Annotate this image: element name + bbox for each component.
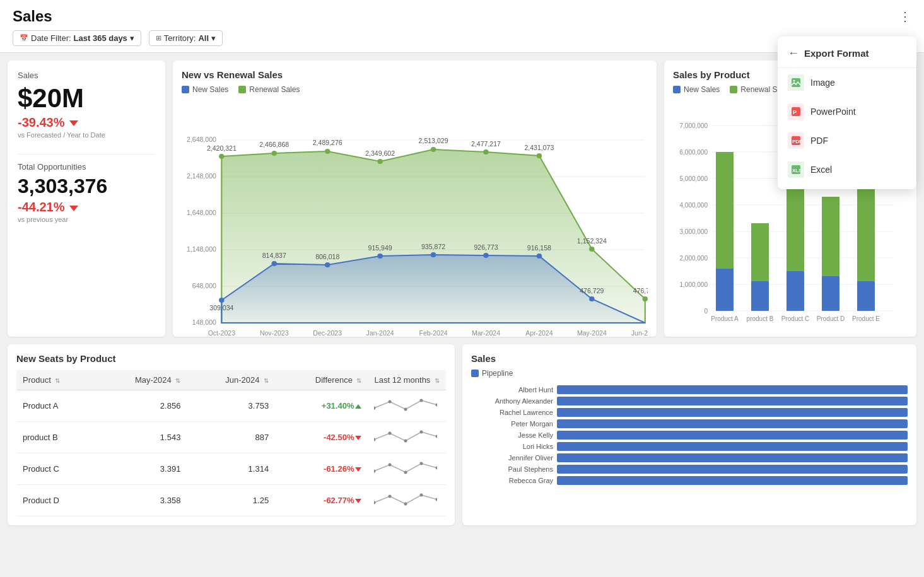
svg-point-96: [420, 431, 423, 434]
svg-text:1,000,000: 1,000,000: [680, 281, 708, 288]
product-legend-renewal-dot: [730, 86, 737, 93]
svg-rect-79: [822, 276, 839, 311]
list-item: Lori Hicks: [471, 442, 908, 451]
cell-diff: +31.40%: [275, 390, 368, 422]
sales-kpi-subtitle: vs Forecasted / Year to Date: [18, 131, 155, 139]
svg-text:2,349,602: 2,349,602: [365, 150, 395, 157]
sort-diff-icon[interactable]: ⇅: [356, 377, 361, 384]
new-vs-renewal-title: New vs Renewal Sales: [182, 69, 648, 80]
cell-sparkline: [368, 485, 446, 516]
cell-product: Product A: [16, 390, 95, 422]
product-legend-new-dot: [673, 86, 681, 93]
svg-rect-73: [716, 269, 734, 311]
svg-text:0: 0: [704, 308, 708, 315]
list-item: Jennifer Oliver: [471, 453, 908, 462]
svg-text:2,431,073: 2,431,073: [524, 144, 554, 151]
territory-chevron: ▾: [211, 33, 216, 43]
new-seats-table: Product ⇅ May-2024 ⇅ Jun-2024 ⇅ Differ: [16, 370, 446, 516]
sort-last12-icon[interactable]: ⇅: [435, 377, 440, 384]
export-excel-item[interactable]: XLS Excel: [778, 155, 916, 184]
person-bar: [557, 385, 908, 394]
svg-point-90: [404, 408, 407, 411]
bottom-row: New Seats by Product Product ⇅ May-2024 …: [8, 344, 916, 525]
cell-sparkline: [368, 422, 446, 453]
cell-sparkline: [368, 453, 446, 485]
svg-point-16: [325, 149, 330, 154]
date-filter-chevron: ▾: [130, 33, 134, 43]
export-pdf-item[interactable]: PDF PDF: [778, 126, 916, 155]
svg-rect-81: [857, 281, 875, 311]
person-name: Jennifer Oliver: [471, 454, 553, 462]
svg-point-103: [374, 501, 376, 504]
svg-text:915,949: 915,949: [368, 245, 392, 252]
svg-text:2,148,000: 2,148,000: [187, 173, 216, 180]
date-filter-button[interactable]: 📅 Date Filter: Last 365 days ▾: [13, 30, 141, 46]
export-excel-label: Excel: [810, 165, 832, 175]
col-product: Product ⇅: [16, 370, 95, 390]
list-item: Albert Hunt: [471, 385, 908, 394]
legend-new-label: New Sales: [192, 85, 228, 94]
col-last12: Last 12 months ⇅: [368, 370, 446, 390]
legend-new-dot: [182, 86, 189, 93]
territory-filter-button[interactable]: ⊞ Territory: All ▾: [149, 30, 223, 46]
svg-text:2,489,276: 2,489,276: [313, 139, 342, 146]
svg-rect-80: [822, 197, 839, 276]
person-name: Anthony Alexander: [471, 397, 553, 405]
svg-text:Dec-2023: Dec-2023: [313, 330, 342, 337]
svg-point-30: [589, 296, 594, 301]
svg-text:May-2024: May-2024: [577, 330, 607, 337]
person-bar: [557, 476, 908, 485]
legend-renewal-sales: Renewal Sales: [238, 85, 300, 94]
svg-text:Jun-2024: Jun-2024: [631, 330, 648, 337]
sort-jun-icon[interactable]: ⇅: [264, 377, 269, 384]
svg-text:Product A: Product A: [711, 315, 739, 322]
svg-rect-78: [787, 178, 804, 271]
export-menu-title: Export Format: [804, 48, 869, 59]
col-jun: Jun-2024 ⇅: [187, 370, 275, 390]
pipeline-legend-label: Pipepline: [482, 369, 513, 378]
svg-point-105: [404, 503, 407, 506]
svg-point-26: [377, 254, 382, 259]
pipeline-legend-dot: [471, 370, 479, 377]
more-options-button[interactable]: ⋮: [899, 9, 911, 24]
new-seats-table-panel: New Seats by Product Product ⇅ May-2024 …: [8, 344, 455, 525]
svg-point-18: [431, 147, 436, 152]
svg-text:Product C: Product C: [781, 315, 809, 322]
svg-text:476,729: 476,729: [580, 288, 604, 294]
svg-point-88: [374, 407, 376, 410]
svg-rect-77: [787, 271, 804, 311]
svg-text:926,773: 926,773: [474, 244, 498, 251]
sales-panel-title: Sales: [471, 353, 908, 364]
sort-product-icon[interactable]: ⇅: [55, 377, 60, 384]
col-may: May-2024 ⇅: [95, 370, 187, 390]
export-ppt-item[interactable]: P PowerPoint: [778, 97, 916, 126]
back-button[interactable]: ←: [788, 47, 799, 60]
svg-text:916,158: 916,158: [527, 245, 551, 252]
svg-text:309,034: 309,034: [209, 305, 233, 312]
svg-point-17: [377, 159, 382, 164]
svg-text:Apr-2024: Apr-2024: [525, 330, 553, 337]
svg-text:1,148,000: 1,148,000: [187, 246, 216, 253]
svg-point-14: [219, 154, 224, 159]
svg-rect-74: [716, 152, 734, 269]
territory-icon: ⊞: [156, 34, 161, 42]
svg-text:1,152,324: 1,152,324: [577, 238, 607, 245]
legend-new-sales: New Sales: [182, 85, 228, 94]
page-title: Sales: [13, 8, 52, 25]
table-row: product B 1.543 887 -42.50%: [16, 422, 446, 453]
ppt-export-icon: P: [788, 103, 804, 120]
svg-point-100: [404, 471, 407, 474]
export-image-item[interactable]: Image: [778, 68, 916, 97]
svg-text:1,648,000: 1,648,000: [187, 209, 216, 216]
svg-point-95: [404, 440, 407, 443]
svg-point-99: [389, 463, 392, 467]
svg-point-27: [431, 252, 436, 257]
svg-point-29: [537, 254, 542, 259]
cell-diff: -62.77%: [275, 485, 368, 516]
svg-text:PDF: PDF: [792, 139, 801, 144]
image-export-icon: [788, 74, 804, 91]
cell-product: Product C: [16, 453, 95, 485]
svg-text:2,420,321: 2,420,321: [207, 145, 237, 152]
sort-may-icon[interactable]: ⇅: [175, 377, 180, 384]
svg-point-91: [420, 399, 423, 402]
